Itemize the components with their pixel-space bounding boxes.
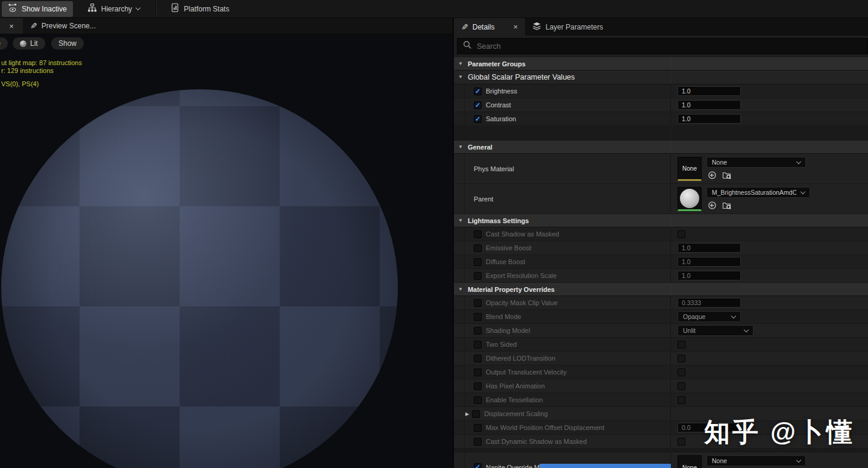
shader-stats-line: ut light map: 87 instructions [1, 59, 82, 66]
property-label: Saturation [486, 115, 516, 122]
override-checkbox[interactable] [474, 272, 482, 280]
collapse-arrow-icon[interactable]: ▼ [458, 287, 463, 292]
hierarchy-label: Hierarchy [101, 5, 132, 13]
value-field[interactable]: 0.3333 [678, 298, 741, 308]
show-menu-button[interactable]: Show [51, 37, 84, 50]
value-checkbox[interactable] [678, 368, 685, 376]
override-checkbox[interactable] [474, 382, 482, 390]
override-checkbox[interactable] [474, 396, 482, 404]
override-checkbox[interactable]: ✓ [474, 87, 482, 95]
override-checkbox[interactable] [472, 410, 480, 418]
lit-button-label: Lit [30, 39, 38, 48]
collapse-arrow-icon[interactable]: ▼ [458, 75, 463, 80]
section-header[interactable]: ▼Lightmass Settings [454, 214, 868, 227]
property-label: Dithered LODTransition [486, 355, 555, 362]
property-label: Shading Model [486, 327, 530, 334]
collapse-arrow-icon[interactable]: ▼ [458, 218, 463, 223]
lit-mode-button[interactable]: Lit [12, 37, 46, 50]
value-field[interactable]: 1.0 [678, 257, 741, 267]
asset-dropdown[interactable]: None [706, 455, 806, 466]
tab-details[interactable]: ✎ Details × [454, 18, 525, 36]
section-header[interactable]: ▼General [454, 141, 868, 154]
preview-viewport[interactable]: × ✎ Preview Scene... e Lit Show ut light… [0, 18, 454, 468]
dropdown-value: None [712, 457, 727, 464]
chevron-down-icon [800, 189, 805, 194]
asset-dropdown[interactable]: M_BrightnessSaturationAmdContrast [706, 187, 810, 198]
property-value-cell: 1.0 [671, 84, 868, 98]
override-checkbox[interactable] [474, 341, 482, 349]
override-checkbox[interactable]: ✓ [474, 115, 482, 123]
override-checkbox[interactable]: ✓ [474, 463, 482, 468]
value-checkbox[interactable] [678, 438, 685, 446]
override-checkbox[interactable] [474, 355, 482, 362]
property-row: Dithered LODTransition [454, 352, 868, 365]
value-field[interactable]: 1.0 [678, 86, 741, 96]
search-bar[interactable] [457, 38, 868, 54]
override-checkbox[interactable] [474, 313, 482, 321]
value-checkbox[interactable] [678, 230, 685, 238]
override-checkbox[interactable] [474, 368, 482, 376]
expand-arrow-icon[interactable]: ▶ [465, 411, 469, 417]
use-selected-icon[interactable] [708, 171, 717, 180]
value-checkbox[interactable] [678, 341, 685, 349]
section-label: General [468, 144, 492, 151]
value-checkbox[interactable] [678, 355, 685, 362]
override-checkbox[interactable] [474, 244, 482, 252]
override-checkbox[interactable] [474, 258, 482, 266]
platform-stats-button[interactable]: Platform Stats [164, 1, 235, 17]
material-preview-sphere[interactable] [1, 89, 398, 468]
close-icon[interactable]: × [513, 22, 518, 31]
collapse-arrow-icon[interactable]: ▼ [458, 62, 463, 66]
asset-thumbnail[interactable]: None [678, 157, 702, 181]
tab-layer-parameters[interactable]: Layer Parameters [525, 18, 610, 36]
value-checkbox[interactable] [678, 382, 685, 390]
asset-thumbnail[interactable]: None [678, 455, 702, 468]
property-name-cell: Max World Position Offset Displacement [454, 421, 671, 434]
property-label: Two Sided [486, 341, 517, 348]
value-field[interactable]: 1.0 [678, 114, 741, 124]
override-checkbox[interactable] [474, 299, 482, 307]
viewport-tab-bar: × ✎ Preview Scene... [0, 18, 454, 34]
search-input[interactable] [477, 42, 862, 51]
details-panel: ✎ Details × Layer Parameters [454, 18, 868, 468]
property-label: Enable Tessellation [486, 396, 543, 403]
property-row: Cast Shadow as Masked [454, 227, 868, 241]
value-field[interactable]: 1.0 [678, 243, 741, 253]
check-icon: ✓ [475, 102, 480, 109]
value-field[interactable]: 1.0 [678, 271, 741, 280]
use-selected-icon[interactable] [708, 201, 717, 210]
override-checkbox[interactable] [474, 327, 482, 335]
section-header[interactable]: ▼Global Scalar Parameter Values [454, 71, 868, 84]
show-inactive-button[interactable]: Show Inactive [2, 1, 73, 17]
section-header[interactable]: ▼Material Property Overrides [454, 283, 868, 296]
check-icon: ✓ [475, 88, 480, 95]
property-name-cell: Has Pixel Animation [454, 379, 671, 393]
tab-preview-scene[interactable]: ✎ Preview Scene... [23, 18, 103, 34]
property-row: Phys MaterialNoneNone [454, 154, 868, 184]
thumbnail-label: None [682, 464, 697, 468]
perspective-button-partial[interactable]: e [0, 37, 8, 50]
value-dropdown[interactable]: Unlit [678, 325, 753, 336]
chevron-down-icon [796, 457, 801, 462]
override-checkbox[interactable]: ✓ [474, 101, 482, 109]
property-label: Contrast [486, 101, 511, 109]
section-header[interactable]: ▼Parameter Groups [454, 57, 868, 71]
property-row: Has Pixel Animation [454, 379, 868, 393]
override-checkbox[interactable] [474, 230, 482, 238]
browse-asset-icon[interactable] [722, 201, 731, 210]
show-inactive-label: Show Inactive [22, 5, 67, 13]
asset-dropdown[interactable]: None [706, 157, 806, 168]
asset-thumbnail[interactable] [678, 187, 702, 211]
value-field[interactable]: 1.0 [678, 100, 741, 110]
value-checkbox[interactable] [678, 396, 685, 404]
hierarchy-button[interactable]: Hierarchy [81, 1, 146, 17]
platform-stats-icon [170, 3, 180, 14]
dropdown-value: Opaque [683, 313, 705, 320]
browse-asset-icon[interactable] [722, 171, 731, 180]
property-name-cell: ✓Contrast [454, 98, 671, 112]
value-dropdown[interactable]: Opaque [678, 311, 741, 322]
override-checkbox[interactable] [474, 438, 482, 446]
collapse-arrow-icon[interactable]: ▼ [458, 145, 463, 150]
viewport-tab-close-button[interactable]: × [0, 18, 23, 34]
override-checkbox[interactable] [474, 424, 482, 432]
